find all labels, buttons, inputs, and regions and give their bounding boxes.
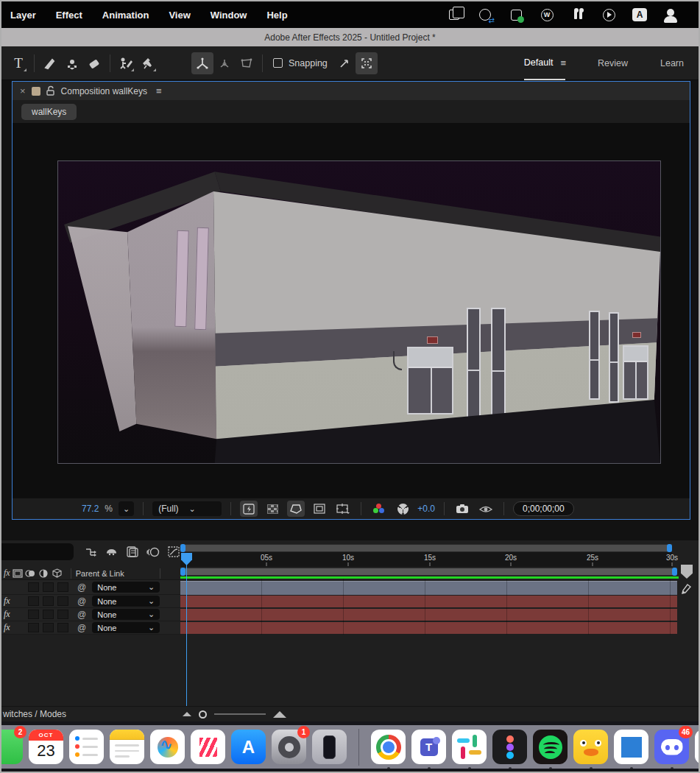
- reminders-dock-icon[interactable]: [69, 730, 104, 764]
- layer-fx-badge[interactable]: fx: [1, 596, 16, 607]
- comp-annotation-icon[interactable]: [680, 583, 693, 595]
- composition-viewport[interactable]: [13, 123, 690, 498]
- axis-mode-view-button[interactable]: [236, 52, 258, 74]
- timeline-time-field[interactable]: [0, 543, 74, 560]
- iphone-mirroring-dock-icon[interactable]: [312, 730, 347, 764]
- viewer-tab-wallkeys[interactable]: wallKeys: [21, 104, 77, 120]
- work-area-end-handle[interactable]: [672, 568, 677, 576]
- parent-select[interactable]: None ⌄: [92, 596, 160, 607]
- exposure-reset-icon[interactable]: [394, 501, 411, 517]
- menu-effect[interactable]: Effect: [56, 10, 82, 21]
- workspace-menu-icon[interactable]: ≡: [560, 57, 565, 68]
- layer-switch-box[interactable]: [57, 610, 68, 619]
- zoom-slider-knob[interactable]: [199, 710, 207, 719]
- menu-window[interactable]: Window: [211, 10, 247, 21]
- workspace-default[interactable]: Default ≡: [524, 46, 565, 80]
- quality-column-icon[interactable]: [38, 569, 50, 578]
- parent-pickwhip-icon[interactable]: @: [77, 610, 86, 620]
- outlook-status-icon[interactable]: [447, 7, 462, 22]
- region-of-interest-icon[interactable]: [311, 501, 328, 517]
- layer-switch-box[interactable]: [43, 582, 54, 592]
- layer-bar-selected[interactable]: [180, 581, 677, 595]
- layer-switch-box[interactable]: [28, 596, 39, 606]
- playhead-line[interactable]: [186, 557, 187, 707]
- parent-link-header[interactable]: Parent & Link: [76, 569, 124, 578]
- current-time-display[interactable]: 0;00;00;00: [513, 501, 574, 516]
- parent-select[interactable]: None ⌄: [92, 582, 160, 593]
- panel-menu-icon[interactable]: ≡: [156, 85, 162, 96]
- parent-select[interactable]: None ⌄: [92, 622, 160, 633]
- layer-switch-box[interactable]: [57, 582, 68, 592]
- axis-mode-world-button[interactable]: [213, 52, 236, 74]
- exposure-value[interactable]: +0.0: [417, 504, 435, 514]
- snapping-control[interactable]: Snapping: [273, 58, 328, 68]
- discord-dock-icon[interactable]: 46: [654, 730, 689, 764]
- composition-panel-title[interactable]: Composition wallKeys: [61, 86, 147, 96]
- figma-dock-icon[interactable]: [492, 730, 527, 764]
- frame-blending-icon[interactable]: [125, 546, 139, 558]
- magnification-value[interactable]: 77.2: [82, 504, 99, 514]
- layer-bar[interactable]: [180, 609, 677, 621]
- navigator-start-handle[interactable]: [180, 544, 185, 552]
- panel-close-icon[interactable]: ×: [20, 85, 26, 96]
- frame-blend-column-icon[interactable]: [25, 569, 37, 578]
- shy-layers-icon[interactable]: [105, 546, 119, 558]
- freeform-dock-icon[interactable]: [150, 730, 185, 764]
- layer-switch-box[interactable]: [28, 582, 39, 592]
- menu-animation[interactable]: Animation: [102, 10, 149, 21]
- cyberduck-dock-icon[interactable]: [573, 730, 608, 764]
- zoom-out-mountain-icon[interactable]: [183, 712, 191, 716]
- channel-rgb-icon[interactable]: [370, 501, 388, 517]
- fx-column-icon[interactable]: fx: [4, 568, 10, 579]
- fast-previews-icon[interactable]: [240, 501, 258, 517]
- guides-options-icon[interactable]: [334, 501, 352, 517]
- parent-pickwhip-icon[interactable]: @: [77, 596, 86, 607]
- outlook-dock-icon[interactable]: O: [695, 730, 700, 764]
- airpods-icon[interactable]: [570, 7, 585, 22]
- type-tool-button[interactable]: T: [7, 52, 29, 74]
- clone-stamp-tool-button[interactable]: [61, 52, 83, 74]
- vscode-dock-icon[interactable]: [614, 730, 648, 764]
- show-snapshot-eye-icon[interactable]: [477, 501, 495, 517]
- layer-switch-box[interactable]: [43, 623, 54, 632]
- layer-bar[interactable]: [180, 622, 677, 634]
- layer-switch-box[interactable]: [43, 596, 54, 606]
- creative-cloud-icon[interactable]: [478, 7, 492, 22]
- cube-3d-column-icon[interactable]: [52, 568, 63, 578]
- navigator-end-handle[interactable]: [667, 544, 672, 552]
- teams-status-icon[interactable]: [509, 7, 523, 22]
- menu-layer[interactable]: Layer: [10, 10, 36, 21]
- transparency-grid-icon[interactable]: [264, 501, 281, 517]
- puppet-pin-tool-button[interactable]: [137, 52, 159, 74]
- timeline-ruler[interactable]: 0s 05s 10s 15s 20s 25s 30s: [180, 552, 672, 567]
- zoom-slider-track[interactable]: [214, 713, 266, 715]
- layer-bar[interactable]: [180, 596, 677, 607]
- layer-fx-badge[interactable]: fx: [1, 609, 16, 620]
- notes-dock-icon[interactable]: [110, 730, 144, 764]
- work-area-start-handle[interactable]: [180, 568, 185, 576]
- spotify-dock-icon[interactable]: [533, 730, 568, 764]
- workspace-learn[interactable]: Learn: [660, 46, 684, 80]
- brush-tool-button[interactable]: [39, 52, 61, 74]
- menu-view[interactable]: View: [169, 10, 190, 21]
- menu-help[interactable]: Help: [266, 10, 287, 21]
- snap-cursor-icon[interactable]: [333, 52, 356, 74]
- unlock-icon[interactable]: [46, 86, 55, 96]
- layer-switch-box[interactable]: [57, 623, 68, 632]
- motion-blur-icon[interactable]: [146, 546, 160, 558]
- user-account-icon[interactable]: [663, 7, 678, 22]
- window-title-bar[interactable]: Adobe After Effects 2025 - Untitled Proj…: [1, 28, 699, 46]
- snap-features-button[interactable]: [356, 52, 378, 74]
- app-store-dock-icon[interactable]: A: [231, 730, 266, 764]
- parent-pickwhip-icon[interactable]: @: [77, 582, 86, 593]
- toggle-switches-modes-label[interactable]: witches / Modes: [1, 709, 66, 719]
- graph-editor-icon[interactable]: [166, 546, 180, 558]
- frame-render-column-icon[interactable]: [12, 569, 24, 578]
- system-settings-dock-icon[interactable]: 1: [272, 730, 306, 764]
- parent-pickwhip-icon[interactable]: @: [77, 623, 86, 633]
- chrome-dock-icon[interactable]: [371, 730, 406, 764]
- wacom-icon[interactable]: W: [540, 7, 554, 22]
- roto-brush-tool-button[interactable]: [115, 52, 137, 74]
- facetime-dock-icon[interactable]: 2: [0, 730, 23, 764]
- work-area-bar[interactable]: [180, 568, 677, 576]
